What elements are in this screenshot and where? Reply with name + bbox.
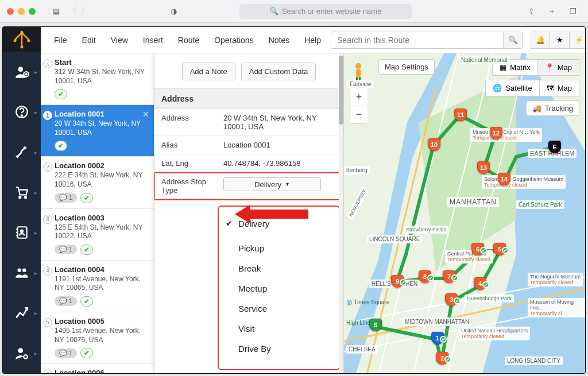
add-custom-data-button[interactable]: Add Custom Data	[241, 63, 316, 80]
menu-view[interactable]: View	[103, 32, 136, 48]
row-stop-type: Address Stop Type Delivery ▼	[154, 173, 343, 200]
map-marker[interactable]: 1✔	[431, 332, 444, 347]
stop-type-select[interactable]: Delivery ▼	[223, 177, 321, 191]
stop-row[interactable]: 3Location 0003125 E 54th St, New York, N…	[41, 209, 154, 261]
note-count-badge: 💬 1	[55, 296, 77, 306]
map-marker[interactable]: 8✔	[419, 270, 431, 285]
menu-bar: FileEditViewInsertRouteOperationsNotesHe…	[41, 27, 585, 53]
map-marker[interactable]: 11	[454, 108, 467, 123]
stop-type-option[interactable]: Delivery	[221, 214, 336, 234]
rail-cart[interactable]: ▸	[3, 172, 41, 212]
truck-icon: 🚚	[532, 104, 541, 113]
rail-add-user[interactable]: ▸	[3, 52, 41, 92]
share-icon[interactable]: ⇪	[524, 3, 540, 20]
stop-type-option[interactable]: Visit	[221, 319, 336, 339]
map-marker[interactable]: 3✔	[445, 293, 458, 308]
stop-row[interactable]: 4Location 00041191 1st Avenue, New York,…	[41, 261, 154, 312]
shield-icon[interactable]: ◑	[165, 3, 181, 20]
stop-address: 312 W 34th St, New York, NY 10001, USA	[55, 68, 148, 86]
details-scrollbar-thumb[interactable]	[339, 56, 343, 125]
map-marker[interactable]: 14	[498, 173, 510, 188]
menu-edit[interactable]: Edit	[75, 32, 103, 48]
window-controls	[7, 8, 36, 15]
notifications-button[interactable]: 🔔	[531, 32, 550, 49]
stop-row[interactable]: 5Location 00051495 1st Avenue, New York,…	[41, 312, 154, 364]
sidebar-toggle-icon[interactable]: ▤	[48, 3, 64, 20]
rail-analytics[interactable]: ▸	[3, 293, 41, 333]
map-type-button[interactable]: 🗺Map	[540, 80, 579, 96]
menu-insert[interactable]: Insert	[136, 32, 171, 48]
optimize-button[interactable]: ⚡	[570, 32, 586, 49]
new-tab-icon[interactable]: ＋	[544, 3, 560, 20]
zoom-in-button[interactable]: +	[350, 88, 368, 106]
map-marker[interactable]: 5✔	[493, 243, 506, 258]
svg-point-0	[20, 30, 23, 33]
search-icon: 🔍	[269, 7, 278, 15]
map-marker[interactable]: 9✔	[391, 275, 404, 290]
map-view[interactable]: «	[344, 53, 585, 373]
label-address: Address	[154, 109, 223, 135]
route-search-button[interactable]: 🔍	[503, 32, 523, 49]
rail-help[interactable]: ▸	[3, 92, 41, 132]
check-icon: ✔	[400, 279, 407, 286]
nav-forward-icon[interactable]: 〉	[80, 5, 90, 17]
zoom-out-button[interactable]: −	[350, 106, 368, 123]
map-marker[interactable]: E	[548, 141, 561, 156]
menu-notes[interactable]: Notes	[261, 32, 297, 48]
row-address: Address 20 W 34th St, New York, NY 10001…	[154, 109, 343, 136]
matrix-view-button[interactable]: ▦Matrix	[492, 59, 537, 76]
map-marker[interactable]: 4✔	[474, 277, 486, 292]
stop-row[interactable]: 1Location 000120 W 34th St, New York, NY…	[41, 105, 154, 157]
stop-row[interactable]: 2Location 0002222 E 34th St, New York, N…	[41, 157, 154, 208]
tabs-icon[interactable]: ❐	[565, 3, 581, 20]
rail-routes[interactable]: ▸	[3, 132, 41, 172]
map-settings-button[interactable]: Map Settings	[378, 59, 435, 75]
svg-point-17	[17, 268, 21, 272]
rail-address-book[interactable]: ▸	[3, 212, 41, 253]
stop-type-option[interactable]: Drive By	[221, 339, 336, 359]
map-marker[interactable]: 12	[490, 127, 502, 142]
stop-title: Location 0001	[55, 110, 148, 118]
scrollbar[interactable]	[150, 53, 154, 373]
svg-rect-30	[359, 77, 361, 81]
map-marker[interactable]: 6✔	[471, 243, 484, 258]
brand-logo[interactable]	[3, 27, 41, 52]
map-marker[interactable]: 2✔	[436, 352, 448, 367]
map-view-button[interactable]: 📍Map	[538, 59, 579, 76]
satellite-button[interactable]: 🌐Satellite	[485, 80, 539, 96]
nav-back-icon[interactable]: 〈	[68, 5, 77, 17]
route-search: 🔍	[331, 32, 523, 49]
address-bar[interactable]: 🔍 Search or enter website name	[239, 4, 412, 19]
tracking-button[interactable]: 🚚Tracking	[526, 100, 579, 116]
route-search-input[interactable]	[331, 32, 503, 49]
map-marker[interactable]: 13	[477, 161, 490, 176]
minimize-window-icon[interactable]	[18, 8, 25, 15]
stop-row[interactable]: 6Location 0006215 E 73rd St, New York, N…	[41, 364, 154, 373]
map-marker[interactable]: 10	[428, 138, 440, 153]
menu-file[interactable]: File	[47, 32, 75, 48]
add-note-button[interactable]: Add a Note	[182, 63, 235, 80]
rail-user-settings[interactable]: ▸	[3, 333, 41, 373]
favorite-button[interactable]: ★	[550, 32, 570, 49]
stop-address: 1191 1st Avenue, New York, NY 10065, USA	[55, 275, 148, 293]
browser-chrome: ▤ 〈 〉 ◑ 🔍 Search or enter website name ⇪…	[0, 0, 588, 23]
menu-help[interactable]: Help	[297, 32, 328, 48]
stop-row[interactable]: ⌂Start312 W 34th St, New York, NY 10001,…	[41, 53, 154, 105]
map-marker[interactable]: S	[369, 319, 382, 334]
note-count-badge: 💬 1	[55, 245, 77, 254]
close-window-icon[interactable]	[7, 8, 14, 15]
menu-operations[interactable]: Operations	[207, 32, 261, 48]
stop-type-option[interactable]: Break	[221, 258, 336, 278]
menu-route[interactable]: Route	[171, 32, 207, 48]
rail-users[interactable]: ▸	[3, 253, 41, 293]
close-icon[interactable]: ✕	[142, 110, 149, 119]
map-marker[interactable]: 7✔	[443, 270, 455, 285]
pegman-icon[interactable]	[350, 60, 367, 83]
stop-type-option[interactable]: Service	[221, 299, 336, 319]
bolt-icon: ⚡	[574, 36, 584, 44]
stop-type-option[interactable]: Meetup	[221, 278, 336, 299]
svg-point-13	[21, 230, 23, 232]
row-latlng: Lat, Lng 40.748784, -73.986158	[154, 154, 343, 173]
maximize-window-icon[interactable]	[29, 8, 36, 15]
stop-type-option[interactable]: Pickup	[221, 238, 336, 258]
